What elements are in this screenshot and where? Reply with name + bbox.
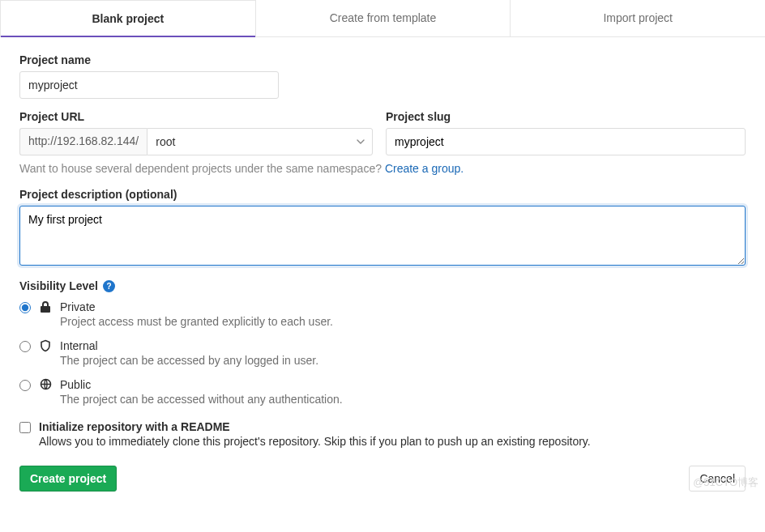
project-url-label: Project URL [19,110,373,123]
visibility-level-label: Visibility Level ? [19,279,746,292]
tab-blank-project[interactable]: Blank project [0,0,256,36]
project-url-base: http://192.168.82.144/ [19,128,147,155]
project-name-label: Project name [19,53,746,66]
globe-icon [39,378,52,390]
tab-import-project[interactable]: Import project [511,0,765,36]
initialize-readme-checkbox[interactable] [19,422,31,433]
initialize-readme-desc: Allows you to immediately clone this pro… [39,435,591,448]
create-project-button[interactable]: Create project [19,466,117,492]
visibility-public-title: Public [60,378,746,391]
visibility-private-title: Private [60,300,746,313]
form-area: Project name Project URL http://192.168.… [0,37,765,508]
project-description-label: Project description (optional) [19,188,746,201]
namespace-hint: Want to house several dependent projects… [19,162,746,175]
help-icon[interactable]: ? [103,280,115,292]
project-name-input[interactable] [19,71,279,99]
project-slug-input[interactable] [386,128,746,155]
cancel-button[interactable]: Cancel [689,466,746,492]
tab-create-from-template[interactable]: Create from template [256,0,511,36]
project-slug-label: Project slug [386,110,746,123]
visibility-private-desc: Project access must be granted explicitl… [60,315,746,328]
initialize-readme-title: Initialize repository with a README [39,420,591,433]
visibility-internal-radio[interactable] [19,341,31,352]
visibility-internal-title: Internal [60,339,746,352]
visibility-public-radio[interactable] [19,380,31,391]
lock-icon [39,300,52,313]
namespace-select[interactable]: root [147,128,373,155]
tabs-bar: Blank project Create from template Impor… [0,0,765,37]
visibility-public-desc: The project can be accessed without any … [60,393,746,406]
visibility-private-radio[interactable] [19,302,31,313]
visibility-internal-desc: The project can be accessed by any logge… [60,354,746,367]
project-description-input[interactable]: My first project [19,206,746,266]
shield-icon [39,339,52,352]
create-group-link[interactable]: Create a group. [385,162,464,175]
